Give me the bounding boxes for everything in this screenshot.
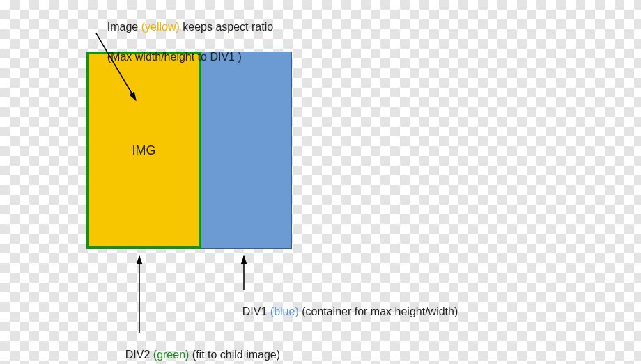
- div1-caption: DIV1 (blue) (container for max height/wi…: [230, 293, 458, 331]
- div2-green: (green): [153, 349, 190, 361]
- top-caption: Image (yellow) keeps aspect ratio (Max w…: [95, 4, 273, 79]
- diagram-stage: IMG Image (yellow) keeps aspect ratio (M…: [0, 0, 641, 364]
- div1-a: DIV1: [242, 306, 270, 317]
- div2-a: DIV2: [125, 349, 153, 361]
- top-line1-a: Image: [107, 21, 141, 33]
- img-label: IMG: [132, 143, 156, 158]
- div2-c: (fit to child image): [189, 349, 280, 361]
- top-line1-yellow: (yellow): [141, 21, 180, 33]
- div1-blue: (blue): [270, 306, 299, 317]
- div2-caption: DIV2 (green) (fit to child image): [113, 336, 280, 364]
- top-line2: (Max width/height to DIV1 ): [107, 51, 242, 63]
- div1-c: (container for max height/width): [299, 306, 458, 317]
- top-line1-c: keeps aspect ratio: [180, 21, 273, 33]
- img-box: IMG: [89, 54, 199, 246]
